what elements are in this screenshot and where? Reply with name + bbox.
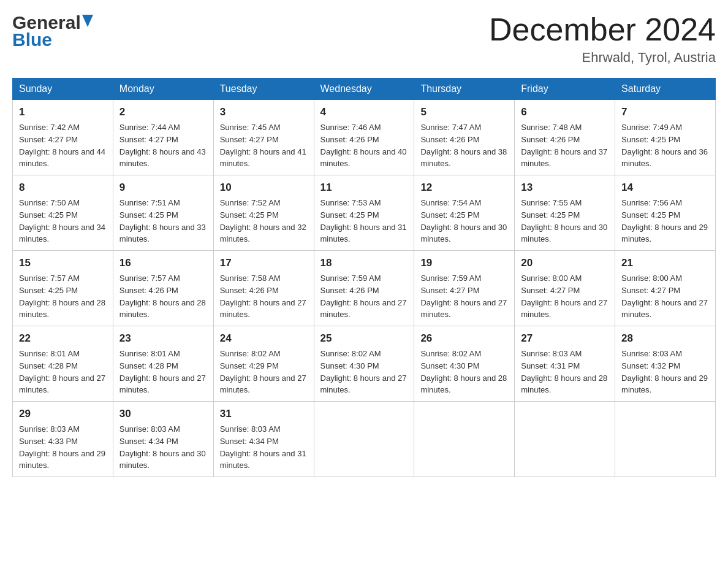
day-number: 27 bbox=[521, 331, 609, 347]
week-row-2: 8 Sunrise: 7:50 AM Sunset: 4:25 PM Dayli… bbox=[13, 175, 716, 251]
day-sunrise: Sunrise: 8:03 AM bbox=[19, 424, 80, 434]
day-sunrise: Sunrise: 8:03 AM bbox=[521, 349, 582, 358]
day-number: 23 bbox=[119, 331, 207, 347]
header-friday: Friday bbox=[515, 79, 615, 100]
day-daylight: Daylight: 8 hours and 37 minutes. bbox=[521, 147, 607, 169]
day-sunrise: Sunrise: 8:01 AM bbox=[119, 349, 180, 358]
day-sunrise: Sunrise: 7:56 AM bbox=[621, 198, 682, 207]
day-sunrise: Sunrise: 7:51 AM bbox=[119, 198, 180, 207]
day-sunrise: Sunrise: 7:52 AM bbox=[220, 198, 281, 207]
table-row: 29 Sunrise: 8:03 AM Sunset: 4:33 PM Dayl… bbox=[13, 402, 113, 477]
table-row bbox=[515, 402, 615, 477]
day-daylight: Daylight: 8 hours and 28 minutes. bbox=[119, 298, 206, 320]
day-sunrise: Sunrise: 7:59 AM bbox=[320, 274, 381, 283]
day-daylight: Daylight: 8 hours and 33 minutes. bbox=[119, 223, 206, 244]
table-row: 5 Sunrise: 7:47 AM Sunset: 4:26 PM Dayli… bbox=[414, 100, 515, 175]
day-daylight: Daylight: 8 hours and 27 minutes. bbox=[19, 373, 105, 395]
week-row-4: 22 Sunrise: 8:01 AM Sunset: 4:28 PM Dayl… bbox=[13, 326, 716, 402]
day-sunrise: Sunrise: 7:42 AM bbox=[19, 123, 80, 132]
day-number: 18 bbox=[320, 256, 408, 271]
day-sunrise: Sunrise: 8:01 AM bbox=[19, 349, 80, 358]
day-sunrise: Sunrise: 7:45 AM bbox=[220, 123, 281, 132]
day-daylight: Daylight: 8 hours and 38 minutes. bbox=[420, 147, 507, 169]
day-number: 22 bbox=[19, 331, 107, 347]
table-row: 31 Sunrise: 8:03 AM Sunset: 4:34 PM Dayl… bbox=[213, 402, 314, 477]
day-daylight: Daylight: 8 hours and 30 minutes. bbox=[119, 449, 206, 470]
day-daylight: Daylight: 8 hours and 29 minutes. bbox=[621, 373, 708, 395]
table-row: 26 Sunrise: 8:02 AM Sunset: 4:30 PM Dayl… bbox=[414, 326, 515, 402]
day-sunset: Sunset: 4:25 PM bbox=[521, 210, 580, 220]
day-daylight: Daylight: 8 hours and 29 minutes. bbox=[621, 223, 708, 244]
day-number: 15 bbox=[19, 256, 107, 271]
day-daylight: Daylight: 8 hours and 31 minutes. bbox=[320, 223, 407, 244]
day-number: 24 bbox=[220, 331, 308, 347]
day-sunrise: Sunrise: 7:44 AM bbox=[119, 123, 180, 132]
header-saturday: Saturday bbox=[615, 79, 716, 100]
day-number: 13 bbox=[521, 180, 609, 196]
day-daylight: Daylight: 8 hours and 43 minutes. bbox=[119, 147, 206, 169]
logo-arrow-icon bbox=[82, 15, 93, 29]
header-monday: Monday bbox=[113, 79, 213, 100]
table-row: 13 Sunrise: 7:55 AM Sunset: 4:25 PM Dayl… bbox=[515, 175, 615, 251]
table-row: 9 Sunrise: 7:51 AM Sunset: 4:25 PM Dayli… bbox=[113, 175, 213, 251]
day-sunset: Sunset: 4:25 PM bbox=[320, 210, 379, 220]
week-row-3: 15 Sunrise: 7:57 AM Sunset: 4:25 PM Dayl… bbox=[13, 251, 716, 326]
day-sunrise: Sunrise: 7:47 AM bbox=[420, 123, 481, 132]
day-number: 7 bbox=[621, 105, 709, 120]
table-row: 22 Sunrise: 8:01 AM Sunset: 4:28 PM Dayl… bbox=[13, 326, 113, 402]
day-daylight: Daylight: 8 hours and 27 minutes. bbox=[320, 298, 407, 320]
day-sunrise: Sunrise: 7:59 AM bbox=[420, 274, 481, 283]
week-row-5: 29 Sunrise: 8:03 AM Sunset: 4:33 PM Dayl… bbox=[13, 402, 716, 477]
day-number: 2 bbox=[119, 105, 207, 120]
day-number: 26 bbox=[420, 331, 508, 347]
day-sunset: Sunset: 4:30 PM bbox=[320, 361, 379, 370]
day-daylight: Daylight: 8 hours and 29 minutes. bbox=[19, 449, 105, 470]
day-daylight: Daylight: 8 hours and 30 minutes. bbox=[521, 223, 607, 244]
day-number: 17 bbox=[220, 256, 308, 271]
day-sunrise: Sunrise: 7:57 AM bbox=[119, 274, 180, 283]
logo-blue: Blue bbox=[12, 29, 52, 50]
day-sunrise: Sunrise: 7:46 AM bbox=[320, 123, 381, 132]
day-sunset: Sunset: 4:25 PM bbox=[19, 210, 78, 220]
day-sunset: Sunset: 4:27 PM bbox=[521, 286, 580, 295]
day-daylight: Daylight: 8 hours and 27 minutes. bbox=[320, 373, 407, 395]
table-row: 15 Sunrise: 7:57 AM Sunset: 4:25 PM Dayl… bbox=[13, 251, 113, 326]
day-sunrise: Sunrise: 7:50 AM bbox=[19, 198, 80, 207]
day-sunrise: Sunrise: 7:57 AM bbox=[19, 274, 80, 283]
day-daylight: Daylight: 8 hours and 41 minutes. bbox=[220, 147, 306, 169]
day-sunrise: Sunrise: 8:02 AM bbox=[220, 349, 281, 358]
day-number: 20 bbox=[521, 256, 609, 271]
table-row: 1 Sunrise: 7:42 AM Sunset: 4:27 PM Dayli… bbox=[13, 100, 113, 175]
table-row: 21 Sunrise: 8:00 AM Sunset: 4:27 PM Dayl… bbox=[615, 251, 716, 326]
table-row: 3 Sunrise: 7:45 AM Sunset: 4:27 PM Dayli… bbox=[213, 100, 314, 175]
day-sunset: Sunset: 4:33 PM bbox=[19, 437, 78, 446]
day-number: 16 bbox=[119, 256, 207, 271]
day-number: 8 bbox=[19, 180, 107, 196]
header-sunday: Sunday bbox=[13, 79, 113, 100]
day-number: 21 bbox=[621, 256, 709, 271]
table-row: 28 Sunrise: 8:03 AM Sunset: 4:32 PM Dayl… bbox=[615, 326, 716, 402]
day-number: 12 bbox=[420, 180, 508, 196]
table-row: 25 Sunrise: 8:02 AM Sunset: 4:30 PM Dayl… bbox=[314, 326, 414, 402]
table-row: 17 Sunrise: 7:58 AM Sunset: 4:26 PM Dayl… bbox=[213, 251, 314, 326]
table-row: 7 Sunrise: 7:49 AM Sunset: 4:25 PM Dayli… bbox=[615, 100, 716, 175]
day-sunset: Sunset: 4:25 PM bbox=[19, 286, 78, 295]
day-sunset: Sunset: 4:32 PM bbox=[621, 361, 680, 370]
day-sunrise: Sunrise: 8:00 AM bbox=[621, 274, 682, 283]
table-row bbox=[314, 402, 414, 477]
day-number: 3 bbox=[220, 105, 308, 120]
day-number: 29 bbox=[19, 407, 107, 422]
table-row: 8 Sunrise: 7:50 AM Sunset: 4:25 PM Dayli… bbox=[13, 175, 113, 251]
day-sunrise: Sunrise: 7:54 AM bbox=[420, 198, 481, 207]
day-sunrise: Sunrise: 7:49 AM bbox=[621, 123, 682, 132]
day-sunrise: Sunrise: 7:53 AM bbox=[320, 198, 381, 207]
day-sunrise: Sunrise: 8:02 AM bbox=[420, 349, 481, 358]
day-daylight: Daylight: 8 hours and 31 minutes. bbox=[220, 449, 306, 470]
day-sunset: Sunset: 4:25 PM bbox=[119, 210, 178, 220]
day-daylight: Daylight: 8 hours and 30 minutes. bbox=[420, 223, 507, 244]
table-row: 24 Sunrise: 8:02 AM Sunset: 4:29 PM Dayl… bbox=[213, 326, 314, 402]
day-sunrise: Sunrise: 8:03 AM bbox=[119, 424, 180, 434]
day-sunset: Sunset: 4:27 PM bbox=[220, 135, 279, 144]
week-row-1: 1 Sunrise: 7:42 AM Sunset: 4:27 PM Dayli… bbox=[13, 100, 716, 175]
day-number: 10 bbox=[220, 180, 308, 196]
